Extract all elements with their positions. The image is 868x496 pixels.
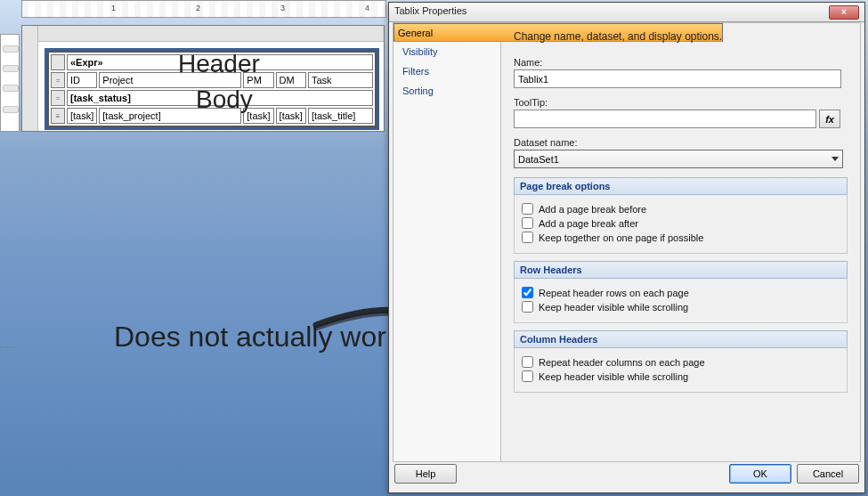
row-grip-icon[interactable] <box>3 65 19 72</box>
row-grip-icon[interactable] <box>3 106 19 113</box>
tooltip-label: ToolTip: <box>514 97 848 108</box>
detail-cell[interactable]: [task_title] <box>308 108 373 124</box>
row-headers-scroll-checkbox[interactable]: Keep header visible while scrolling <box>522 301 840 313</box>
annotation-text: Body <box>196 85 253 114</box>
help-button[interactable]: Help <box>394 464 457 484</box>
row-handle[interactable]: ≡ <box>51 108 65 124</box>
name-label: Name: <box>514 57 848 68</box>
dialog-title: Tablix Properties <box>394 5 466 19</box>
annotation-text: Header <box>178 50 260 78</box>
close-button[interactable]: × <box>829 5 859 20</box>
row-handle[interactable] <box>51 54 65 70</box>
ok-button[interactable]: OK <box>729 464 791 484</box>
ruler-mark: 3 <box>280 4 285 12</box>
nav-filters[interactable]: Filters <box>393 61 500 81</box>
chevron-down-icon <box>831 157 839 161</box>
name-input[interactable] <box>514 69 841 88</box>
column-headers-group-header: Column Headers <box>514 330 848 348</box>
row-grip-icon[interactable] <box>3 85 19 92</box>
col-headers-scroll-checkbox[interactable]: Keep header visible while scrolling <box>522 370 840 382</box>
expression-button[interactable]: fx <box>819 110 840 128</box>
pagebreak-after-checkbox[interactable]: Add a page break after <box>522 217 840 229</box>
tablix-properties-dialog: Tablix Properties × General Visibility F… <box>388 2 865 493</box>
ruler-mark: 2 <box>196 4 200 12</box>
ruler-mark: 1 <box>111 4 116 12</box>
dataset-label: Dataset name: <box>514 137 848 148</box>
nav-sorting[interactable]: Sorting <box>393 81 500 101</box>
header-cell[interactable]: DM <box>276 72 306 88</box>
dialog-subtitle: Change name, dataset, and display option… <box>514 30 848 43</box>
row-handle[interactable]: = <box>51 72 65 88</box>
nav-visibility[interactable]: Visibility <box>393 42 500 61</box>
dialog-nav: General Visibility Filters Sorting <box>393 22 501 462</box>
row-headers-group-header: Row Headers <box>514 261 848 279</box>
horizontal-ruler: 1 2 3 4 <box>21 0 386 18</box>
pagebreak-before-checkbox[interactable]: Add a page break before <box>522 203 840 215</box>
report-designer-surface[interactable]: «Expr» = ID Project PM DM Task = [task_s… <box>21 25 385 132</box>
repeat-col-headers-checkbox[interactable]: Repeat header columns on each page <box>522 356 840 368</box>
header-cell[interactable]: ID <box>67 72 97 88</box>
ruler-mark: 4 <box>365 4 369 12</box>
detail-cell[interactable]: [task] <box>67 108 97 124</box>
cancel-button[interactable]: Cancel <box>797 464 859 484</box>
dataset-select-value: DataSet1 <box>518 154 559 165</box>
detail-cell[interactable]: [task] <box>276 108 306 124</box>
row-grip-icon[interactable] <box>3 45 19 53</box>
tooltip-input[interactable] <box>514 110 816 128</box>
keep-together-checkbox[interactable]: Keep together on one page if possible <box>522 232 840 243</box>
row-handle[interactable]: = <box>51 90 65 106</box>
repeat-row-headers-checkbox[interactable]: Repeat header rows on each page <box>522 287 840 298</box>
header-cell[interactable]: Task <box>308 72 373 88</box>
pagebreak-group-header: Page break options <box>514 177 848 195</box>
dataset-select[interactable]: DataSet1 <box>514 150 843 168</box>
vertical-ruler <box>0 34 20 132</box>
